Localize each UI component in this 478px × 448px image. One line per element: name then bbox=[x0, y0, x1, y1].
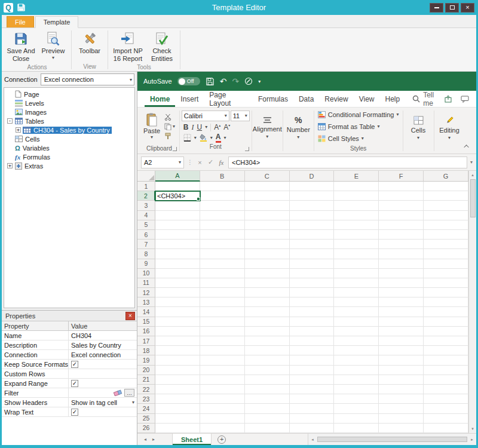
cell-B2[interactable] bbox=[200, 191, 245, 201]
cell-B11[interactable] bbox=[200, 278, 245, 288]
cell-F10[interactable] bbox=[379, 269, 424, 278]
decrease-font-size-button[interactable]: A▾ bbox=[223, 124, 230, 131]
clipboard-dialog-launcher[interactable] bbox=[173, 147, 177, 151]
cell-A14[interactable] bbox=[155, 307, 200, 317]
cell-D12[interactable] bbox=[290, 288, 335, 297]
cell-D18[interactable] bbox=[290, 346, 335, 355]
cell-B22[interactable] bbox=[200, 385, 245, 394]
cell-B17[interactable] bbox=[200, 336, 245, 346]
cell-F26[interactable] bbox=[379, 424, 424, 433]
previous-sheet-icon[interactable]: ◂ bbox=[141, 434, 149, 445]
properties-close-button[interactable]: × bbox=[125, 312, 135, 320]
column-header-F[interactable]: F bbox=[379, 171, 424, 182]
cell-G19[interactable] bbox=[424, 355, 468, 365]
cell-D4[interactable] bbox=[290, 211, 335, 220]
cell-E25[interactable] bbox=[334, 414, 379, 424]
cell-C12[interactable] bbox=[245, 288, 290, 297]
cell-A17[interactable] bbox=[155, 336, 200, 346]
tell-me-search[interactable]: Tell me bbox=[412, 91, 444, 107]
tree-item-page[interactable]: Page bbox=[4, 90, 134, 99]
cell-E18[interactable] bbox=[334, 346, 379, 355]
cell-E2[interactable] bbox=[334, 191, 379, 201]
tree-item-formulas[interactable]: fxFormulas bbox=[4, 152, 134, 161]
cell-A6[interactable] bbox=[155, 230, 200, 240]
cell-E3[interactable] bbox=[334, 201, 379, 210]
cell-D14[interactable] bbox=[290, 307, 335, 317]
cell-styles-button[interactable]: Cell Styles ▾ bbox=[316, 133, 401, 144]
cell-D20[interactable] bbox=[290, 366, 335, 375]
row-header-7[interactable]: 7 bbox=[137, 240, 155, 249]
cell-F14[interactable] bbox=[379, 307, 424, 317]
cell-F20[interactable] bbox=[379, 366, 424, 375]
cell-C22[interactable] bbox=[245, 385, 290, 394]
cell-D16[interactable] bbox=[290, 327, 335, 336]
cell-B13[interactable] bbox=[200, 297, 245, 307]
cell-B19[interactable] bbox=[200, 355, 245, 365]
cell-C24[interactable] bbox=[245, 404, 290, 413]
column-header-A[interactable]: A bbox=[155, 171, 200, 182]
cell-E15[interactable] bbox=[334, 317, 379, 327]
cell-B15[interactable] bbox=[200, 317, 245, 327]
cell-F15[interactable] bbox=[379, 317, 424, 327]
new-sheet-button[interactable]: + bbox=[217, 435, 226, 444]
alignment-group-button[interactable]: Alignment ▾ bbox=[253, 108, 281, 154]
cell-F17[interactable] bbox=[379, 336, 424, 346]
cell-G18[interactable] bbox=[424, 346, 468, 355]
cell-G13[interactable] bbox=[424, 297, 468, 307]
cell-A10[interactable] bbox=[155, 269, 200, 278]
cell-D8[interactable] bbox=[290, 249, 335, 259]
cell-E17[interactable] bbox=[334, 336, 379, 346]
cell-B21[interactable] bbox=[200, 375, 245, 385]
cell-C14[interactable] bbox=[245, 307, 290, 317]
cell-B25[interactable] bbox=[200, 414, 245, 424]
cell-A13[interactable] bbox=[155, 297, 200, 307]
cell-G26[interactable] bbox=[424, 424, 468, 433]
cell-A4[interactable] bbox=[155, 211, 200, 220]
cell-G4[interactable] bbox=[424, 211, 468, 220]
excel-tab-data[interactable]: Data bbox=[293, 91, 319, 107]
name-box[interactable]: A2 ▾ bbox=[141, 157, 184, 168]
cell-D17[interactable] bbox=[290, 336, 335, 346]
cell-G8[interactable] bbox=[424, 249, 468, 259]
horizontal-scroll-thumb[interactable] bbox=[317, 437, 467, 442]
cell-D25[interactable] bbox=[290, 414, 335, 424]
clear-filter-eraser-icon[interactable] bbox=[113, 389, 122, 396]
cell-E14[interactable] bbox=[334, 307, 379, 317]
excel-tab-view[interactable]: View bbox=[354, 91, 380, 107]
cell-A19[interactable] bbox=[155, 355, 200, 365]
cell-B5[interactable] bbox=[200, 220, 245, 230]
cell-G2[interactable] bbox=[424, 191, 468, 201]
cell-G12[interactable] bbox=[424, 288, 468, 297]
cell-C9[interactable] bbox=[245, 259, 290, 269]
paste-button[interactable]: Paste ▾ bbox=[141, 108, 163, 145]
cell-C3[interactable] bbox=[245, 201, 290, 210]
cell-D9[interactable] bbox=[290, 259, 335, 269]
cells-group-button[interactable]: Cells ▾ bbox=[405, 108, 433, 154]
undo-icon[interactable]: ↶ bbox=[220, 76, 227, 86]
preview-button[interactable]: Preview ▾ bbox=[38, 30, 69, 62]
toolbar-button[interactable]: Toolbar bbox=[74, 30, 105, 56]
titlebar-save-icon[interactable] bbox=[17, 3, 26, 12]
cell-C20[interactable] bbox=[245, 366, 290, 375]
cell-C8[interactable] bbox=[245, 249, 290, 259]
cell-D23[interactable] bbox=[290, 394, 335, 404]
close-button[interactable]: × bbox=[461, 3, 474, 13]
font-name-select[interactable]: Calibri▾ bbox=[182, 111, 229, 121]
tree-item-cells[interactable]: Cells bbox=[4, 134, 134, 143]
cell-E8[interactable] bbox=[334, 249, 379, 259]
cell-D1[interactable] bbox=[290, 182, 335, 191]
cell-F11[interactable] bbox=[379, 278, 424, 288]
font-color-button[interactable]: A bbox=[216, 133, 221, 143]
column-header-B[interactable]: B bbox=[200, 171, 245, 182]
cell-C17[interactable] bbox=[245, 336, 290, 346]
cell-A26[interactable] bbox=[155, 424, 200, 433]
cell-D22[interactable] bbox=[290, 385, 335, 394]
cell-B9[interactable] bbox=[200, 259, 245, 269]
cell-E6[interactable] bbox=[334, 230, 379, 240]
cell-C23[interactable] bbox=[245, 394, 290, 404]
cell-C19[interactable] bbox=[245, 355, 290, 365]
filter-browse-button[interactable]: … bbox=[124, 389, 134, 397]
cell-C21[interactable] bbox=[245, 375, 290, 385]
cell-B26[interactable] bbox=[200, 424, 245, 433]
cell-B12[interactable] bbox=[200, 288, 245, 297]
